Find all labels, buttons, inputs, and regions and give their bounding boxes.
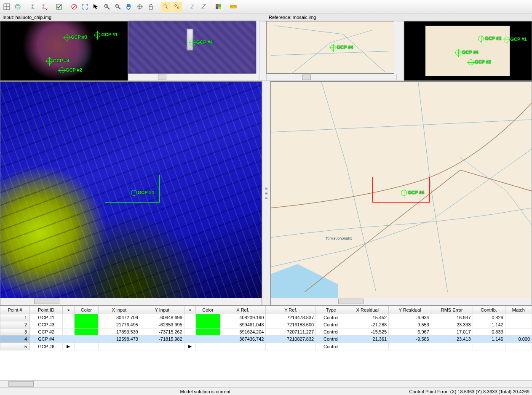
cell[interactable] (184, 328, 196, 336)
cell[interactable]: ▶ (184, 343, 196, 350)
cell[interactable]: -6.934 (389, 314, 431, 321)
column-header[interactable]: Color (74, 306, 98, 314)
cell[interactable]: 0.000 (505, 336, 532, 343)
cell[interactable]: 387436.742 (220, 336, 266, 343)
cell[interactable] (505, 328, 532, 336)
cell[interactable]: Control (316, 321, 346, 328)
cell[interactable]: 1.146 (473, 336, 505, 343)
color-cell[interactable] (196, 336, 220, 343)
cell[interactable] (63, 314, 75, 321)
column-header[interactable]: > (184, 306, 196, 314)
cell[interactable] (505, 343, 532, 350)
tool-globe-icon[interactable] (13, 2, 23, 12)
cell[interactable]: 16.937 (431, 314, 473, 321)
cell[interactable]: 21776.495 (99, 321, 140, 328)
color-cell[interactable] (74, 314, 98, 321)
cell[interactable]: 1.142 (473, 321, 505, 328)
tool-sigma-icon[interactable]: Σ (28, 2, 38, 12)
cell[interactable] (431, 343, 473, 350)
cell[interactable]: 9.553 (389, 321, 431, 328)
cell[interactable]: 15.452 (346, 314, 389, 321)
scrollbar[interactable] (266, 74, 397, 81)
gcp-marker[interactable]: GCP #4 (330, 45, 353, 51)
gcp-marker[interactable]: GCP #2 (468, 59, 491, 65)
tool-check-icon[interactable] (54, 2, 64, 12)
gcp-marker[interactable]: GCP #4 (131, 190, 154, 196)
gcp-marker[interactable]: GCP #4 (46, 58, 70, 64)
table-row[interactable]: 2GCP #321776.495-62353.995399461.0487216… (0, 321, 532, 328)
column-header[interactable]: Type (316, 306, 346, 314)
reference-main-view[interactable]: Tomisuohonaho GCP #4 (270, 81, 532, 305)
gcp-marker[interactable]: GCP #1 (504, 37, 527, 43)
cell[interactable]: GCP #4 (30, 336, 63, 343)
cell[interactable] (505, 314, 532, 321)
column-header[interactable]: X Ref. (220, 306, 266, 314)
reference-overview[interactable]: GCP #1GCP #3GCP #4GCP #2 (404, 21, 532, 81)
cell[interactable]: GCP #3 (30, 321, 63, 328)
cell[interactable]: 399461.048 (220, 321, 266, 328)
cell[interactable]: -15.525 (346, 328, 389, 336)
tool-find-icon[interactable] (161, 2, 171, 12)
column-header[interactable]: Point # (0, 306, 30, 314)
cell[interactable]: -9.586 (389, 336, 431, 343)
cell[interactable]: Control (316, 328, 346, 336)
cell[interactable]: 23.413 (431, 336, 473, 343)
gcp-marker[interactable]: GCP #4 (190, 40, 213, 45)
tool-ruler-icon[interactable] (228, 2, 238, 12)
scrollbar[interactable] (271, 298, 532, 305)
cell[interactable] (63, 328, 75, 336)
cell[interactable]: 4 (0, 336, 30, 343)
cell[interactable]: GCP #1 (30, 314, 63, 321)
gcp-marker[interactable]: GCP #3 (478, 36, 501, 42)
cell[interactable]: 391624.204 (220, 328, 266, 336)
color-cell[interactable] (196, 328, 220, 336)
cell[interactable]: 1 (0, 314, 30, 321)
cell[interactable]: -73715.262 (140, 328, 184, 336)
cell[interactable]: ▶ (63, 343, 75, 350)
gcp-marker[interactable]: GCP #4 (401, 190, 424, 196)
table-row[interactable]: 1GCP #130472.709-60648.699408209.1907214… (0, 314, 532, 321)
cell[interactable] (346, 343, 389, 350)
cell[interactable] (63, 321, 75, 328)
column-header[interactable]: Y Residual (389, 306, 431, 314)
tool-z2-icon[interactable]: Z̸ (198, 2, 208, 12)
cell[interactable]: -60648.699 (140, 314, 184, 321)
cell[interactable] (220, 343, 266, 350)
tool-pan-icon[interactable] (124, 2, 134, 12)
gcp-marker[interactable]: GCP #1 (94, 32, 118, 38)
color-cell[interactable] (74, 336, 98, 343)
column-header[interactable]: Y Input (140, 306, 184, 314)
scrollbar[interactable] (128, 74, 259, 81)
tool-sigma-error-icon[interactable]: Σ✕ (39, 2, 49, 12)
tool-findall-icon[interactable] (172, 2, 182, 12)
tool-swatch-icon[interactable] (213, 2, 223, 12)
cell[interactable] (63, 336, 75, 343)
cell[interactable] (184, 321, 196, 328)
color-cell[interactable] (74, 321, 98, 328)
tool-arrow-icon[interactable] (91, 2, 101, 12)
cell[interactable]: 6.967 (389, 328, 431, 336)
cell[interactable]: Control (316, 314, 346, 321)
cell[interactable]: GCP #6 (30, 343, 63, 350)
table-row[interactable]: 4GCP #412598.473-71815.982387436.7427210… (0, 336, 532, 343)
tool-noauto-icon[interactable] (69, 2, 79, 12)
cell[interactable]: 17893.539 (99, 328, 140, 336)
cell[interactable]: 7214478.837 (266, 314, 316, 321)
cell[interactable]: -71815.982 (140, 336, 184, 343)
cell[interactable] (99, 343, 140, 350)
scrollbar[interactable] (0, 298, 262, 305)
scrollbar[interactable] (397, 21, 404, 81)
cell[interactable] (473, 343, 505, 350)
gcp-marker[interactable]: GCP #2 (59, 67, 82, 73)
cell[interactable] (140, 343, 184, 350)
column-header[interactable]: X Input (99, 306, 140, 314)
table-row[interactable]: 5GCP #6▶▶Control (0, 343, 532, 350)
color-cell[interactable] (74, 328, 98, 336)
cell[interactable]: 21.361 (346, 336, 389, 343)
input-overview[interactable]: GCP #1GCP #3GCP #4GCP #2 (0, 21, 128, 81)
input-zoom-view[interactable]: GCP #4 (128, 21, 256, 74)
gcp-marker[interactable]: GCP #4 (455, 50, 479, 56)
color-cell[interactable] (196, 321, 220, 328)
cell[interactable]: 3 (0, 328, 30, 336)
cell[interactable]: 30472.709 (99, 314, 140, 321)
